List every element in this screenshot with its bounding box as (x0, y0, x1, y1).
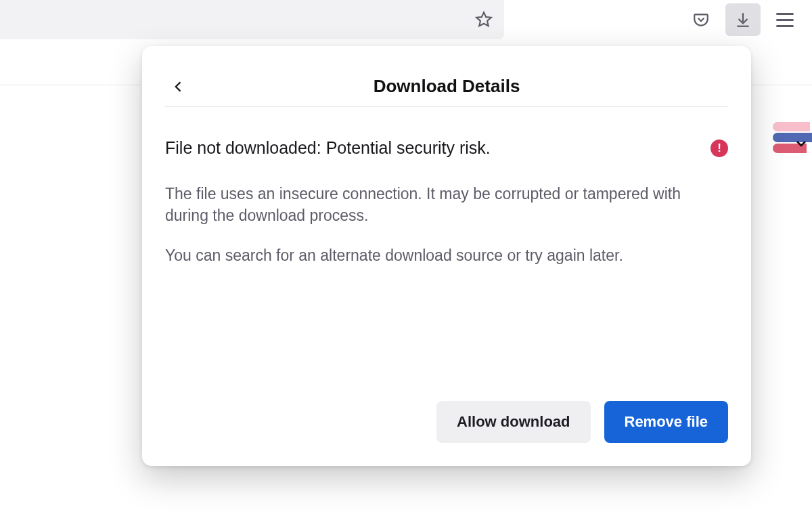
downloads-button[interactable] (725, 3, 761, 36)
browser-toolbar (0, 0, 812, 42)
warning-paragraph-2: You can search for an alternate download… (165, 244, 720, 267)
star-icon (474, 10, 493, 29)
panel-header: Download Details (165, 66, 728, 107)
back-button[interactable] (165, 73, 192, 100)
bookmark-star-button[interactable] (470, 6, 497, 33)
warning-paragraph-1: The file uses an insecure connection. It… (165, 183, 720, 227)
warning-row: File not downloaded: Potential security … (165, 137, 728, 160)
allow-download-button[interactable]: Allow download (436, 401, 590, 443)
alert-icon: ! (710, 140, 728, 157)
panel-footer: Allow download Remove file (165, 401, 728, 446)
toolbar-right-icons (683, 0, 812, 39)
app-menu-button[interactable] (767, 3, 803, 36)
panel-body: File not downloaded: Potential security … (165, 107, 728, 401)
hamburger-icon (776, 13, 794, 26)
download-details-panel: Download Details File not downloaded: Po… (142, 46, 751, 466)
chevron-down-icon (793, 135, 809, 152)
remove-file-button[interactable]: Remove file (604, 401, 729, 443)
chevron-left-icon (172, 77, 185, 96)
pocket-icon (692, 11, 710, 28)
warning-explanation: The file uses an insecure connection. It… (165, 183, 720, 284)
panel-title: Download Details (374, 76, 520, 97)
download-icon (734, 11, 752, 28)
page-expand-caret[interactable] (793, 135, 809, 154)
address-bar-segment (0, 0, 504, 39)
warning-heading: File not downloaded: Potential security … (165, 137, 491, 160)
pocket-button[interactable] (683, 3, 719, 36)
